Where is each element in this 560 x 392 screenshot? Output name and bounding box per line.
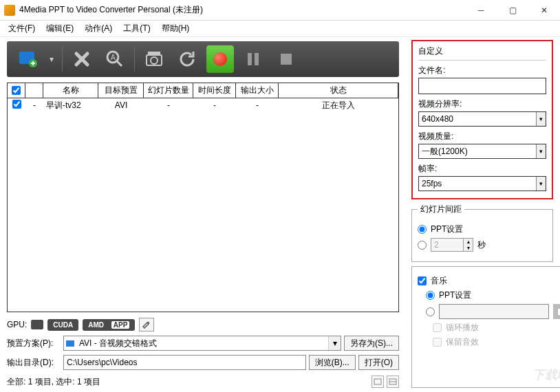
- interval-legend: 幻灯片间距: [418, 204, 464, 215]
- open-button[interactable]: 打开(O): [358, 355, 399, 370]
- row-size: -: [236, 100, 279, 110]
- music-enable-checkbox[interactable]: [418, 276, 427, 285]
- snapshot-button[interactable]: [140, 45, 168, 73]
- close-button[interactable]: ✕: [528, 0, 560, 21]
- grid-header: 名称 目标预置 幻灯片数量 时间长度 输出大小 状态: [8, 83, 398, 98]
- svg-rect-10: [66, 340, 74, 347]
- header-name[interactable]: 名称: [43, 83, 98, 98]
- interval-ppt-radio[interactable]: [418, 225, 427, 234]
- output-dir-label: 输出目录(D):: [7, 357, 61, 369]
- row-status: 正在导入: [279, 100, 398, 111]
- resolution-label: 视频分辨率:: [418, 98, 546, 110]
- menubar: 文件(F) 编辑(E) 动作(A) 工具(T) 帮助(H): [0, 21, 560, 37]
- nvidia-eye-icon[interactable]: [31, 320, 43, 329]
- row-checkbox[interactable]: [12, 100, 21, 109]
- status-icon-1[interactable]: [371, 375, 384, 388]
- svg-rect-8: [255, 53, 259, 65]
- music-custom-radio[interactable]: [426, 307, 435, 316]
- header-slides[interactable]: 幻灯片数量: [144, 83, 193, 98]
- svg-text:A: A: [111, 54, 116, 61]
- interval-group: 幻灯片间距 PPT设置 ▴▾ 秒: [411, 204, 553, 262]
- cuda-badge[interactable]: CUDA: [47, 319, 78, 331]
- header-size[interactable]: 输出大小: [236, 83, 279, 98]
- dropdown-icon[interactable]: ▾: [47, 45, 56, 73]
- titlebar: 4Media PPT to Video Converter Personal (…: [0, 0, 560, 21]
- svg-rect-5: [148, 52, 160, 54]
- music-browse-button[interactable]: [553, 304, 560, 319]
- music-path-input: [439, 304, 549, 319]
- menu-file[interactable]: 文件(F): [3, 21, 41, 36]
- interval-custom-radio[interactable]: [418, 241, 427, 250]
- browse-button[interactable]: 浏览(B)...: [309, 355, 356, 370]
- row-name: 早训-tv32: [43, 100, 98, 111]
- filename-label: 文件名:: [418, 65, 546, 76]
- menu-tool[interactable]: 工具(T): [118, 21, 155, 36]
- loop-label: 循环播放: [446, 322, 479, 334]
- minimize-button[interactable]: ─: [465, 0, 497, 21]
- header-duration[interactable]: 时间长度: [193, 83, 236, 98]
- loop-checkbox: [433, 323, 442, 332]
- header-checkbox[interactable]: [8, 83, 25, 98]
- refresh-button[interactable]: [173, 45, 201, 73]
- svg-rect-9: [281, 54, 292, 65]
- chevron-down-icon[interactable]: ▾: [328, 336, 341, 350]
- interval-ppt-label: PPT设置: [431, 224, 463, 235]
- svg-point-6: [151, 57, 158, 64]
- delete-button[interactable]: [68, 45, 96, 73]
- row-duration: -: [193, 100, 236, 110]
- search-button[interactable]: A: [101, 45, 129, 73]
- row-slides: -: [144, 100, 193, 110]
- window-controls: ─ ▢ ✕: [465, 0, 560, 21]
- music-group: 音乐 PPT设置 循环播放 保留音效 下载吧: [411, 266, 560, 388]
- filename-input[interactable]: [418, 78, 546, 94]
- status-icon-2[interactable]: [387, 375, 399, 388]
- toolbar: ▾ A: [7, 41, 399, 77]
- quality-label: 视频质量:: [418, 131, 546, 142]
- preset-value: AVI - 音视频交错格式: [76, 338, 328, 349]
- amd-badge[interactable]: AMD APP: [83, 319, 135, 331]
- chevron-down-icon: ▾: [536, 112, 546, 126]
- window-title: 4Media PPT to Video Converter Personal (…: [19, 4, 465, 16]
- maximize-button[interactable]: ▢: [497, 0, 528, 21]
- app-icon: [4, 5, 15, 16]
- menu-action[interactable]: 动作(A): [79, 21, 118, 36]
- preset-format-icon: [64, 338, 76, 348]
- resolution-select[interactable]: 640x480▾: [418, 111, 546, 127]
- custom-panel: 自定义 文件名: 视频分辨率: 640x480▾ 视频质量: 一般(1200K)…: [411, 40, 553, 199]
- status-text: 全部: 1 项目, 选中: 1 项目: [7, 376, 369, 388]
- save-as-button[interactable]: 另存为(S)...: [344, 336, 399, 351]
- watermark: 下载吧: [532, 367, 560, 383]
- stop-button[interactable]: [272, 45, 300, 73]
- music-ppt-radio[interactable]: [426, 291, 435, 300]
- quality-select[interactable]: 一般(1200K)▾: [418, 144, 546, 159]
- header-preset[interactable]: 目标预置: [98, 83, 144, 98]
- gpu-settings-button[interactable]: [139, 318, 154, 331]
- chevron-down-icon: ▾: [536, 177, 546, 190]
- fps-label: 帧率:: [418, 163, 546, 175]
- gpu-label: GPU:: [7, 320, 27, 329]
- interval-unit: 秒: [477, 239, 486, 251]
- header-status[interactable]: 状态: [279, 83, 398, 98]
- row-icon: -: [25, 100, 43, 110]
- header-icon-col: [25, 83, 43, 98]
- table-row[interactable]: - 早训-tv32 AVI - - - 正在导入: [8, 98, 398, 112]
- row-preset: AVI: [98, 100, 144, 110]
- menu-help[interactable]: 帮助(H): [156, 21, 195, 36]
- add-file-button[interactable]: [14, 45, 41, 73]
- keep-audio-checkbox: [433, 338, 442, 347]
- menu-edit[interactable]: 编辑(E): [41, 21, 79, 36]
- interval-spinner[interactable]: ▴▾: [431, 238, 473, 252]
- pause-button[interactable]: [239, 45, 267, 73]
- svg-rect-7: [248, 53, 252, 65]
- file-grid: 名称 目标预置 幻灯片数量 时间长度 输出大小 状态 - 早训-tv32 AVI…: [7, 83, 399, 312]
- music-enable-label: 音乐: [431, 275, 447, 287]
- chevron-down-icon: ▾: [536, 144, 546, 158]
- music-ppt-label: PPT设置: [439, 290, 471, 301]
- record-button[interactable]: [206, 45, 234, 73]
- preset-select[interactable]: AVI - 音视频交错格式 ▾: [63, 336, 341, 351]
- custom-title: 自定义: [418, 45, 546, 57]
- fps-select[interactable]: 25fps▾: [418, 176, 546, 191]
- output-dir-input[interactable]: [63, 355, 306, 370]
- keep-audio-label: 保留音效: [446, 336, 479, 348]
- gpu-row: GPU: CUDA AMD APP: [7, 318, 399, 331]
